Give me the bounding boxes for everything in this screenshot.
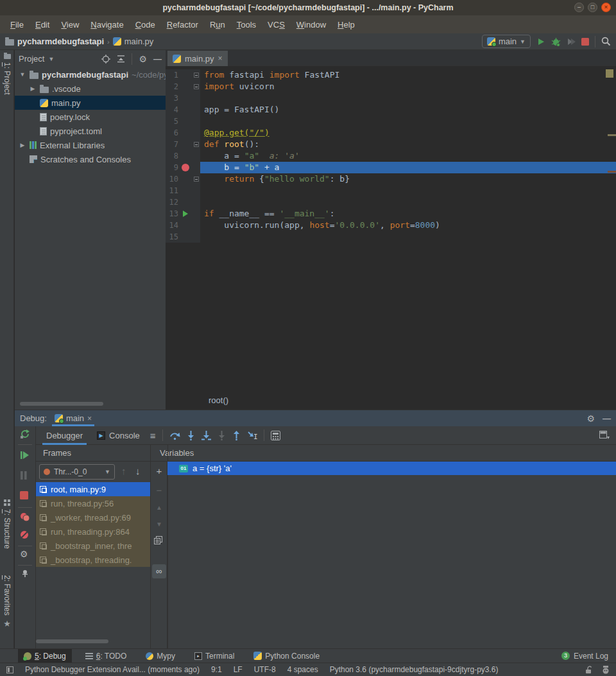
gutter-line-11[interactable]: 11	[166, 185, 200, 196]
code-line-6[interactable]: 6@app.get("/")	[166, 127, 616, 139]
project-panel-title[interactable]: Project	[19, 54, 44, 64]
code-line-7[interactable]: 7def root():	[166, 139, 616, 150]
mute-breakpoints-icon[interactable]	[20, 530, 29, 539]
toolwindow-tab-mypy[interactable]: Mypy	[140, 649, 181, 663]
pin-icon[interactable]	[20, 569, 29, 578]
breakpoint-stripe-mark[interactable]	[608, 171, 616, 173]
warning-stripe-mark[interactable]	[608, 134, 616, 136]
tree-item-pycharmdebugfastapi[interactable]: ▼pycharmdebugfastapi~/code/pycharmdebugf…	[15, 67, 166, 82]
frame-row[interactable]: _bootstrap, threading.	[36, 553, 150, 567]
locate-file-icon[interactable]	[101, 55, 110, 64]
gutter-line-6[interactable]: 6	[166, 127, 200, 139]
step-into-icon[interactable]	[187, 431, 195, 440]
add-watch-icon[interactable]: +	[154, 465, 164, 476]
stop-button[interactable]	[581, 38, 589, 46]
tree-expand-arrow[interactable]: ▶	[29, 85, 37, 92]
editor-tab-mainpy[interactable]: main.py ×	[167, 51, 228, 66]
gear-icon[interactable]: ⚙	[139, 55, 147, 64]
debug-settings-gear-icon[interactable]: ⚙	[20, 550, 28, 559]
close-button[interactable]: ×	[601, 3, 611, 12]
menu-code[interactable]: Code	[130, 18, 160, 31]
gear-icon[interactable]: ⚙	[586, 414, 595, 423]
breadcrumb-file[interactable]: main.py	[124, 37, 154, 46]
encoding[interactable]: UTF-8	[254, 665, 276, 674]
gutter-line-15[interactable]: 15	[166, 231, 200, 243]
frame-row[interactable]: _worker, thread.py:69	[36, 510, 150, 524]
menu-refactor[interactable]: Refactor	[162, 18, 203, 31]
frames-horizontal-scrollbar[interactable]	[36, 639, 108, 643]
code-line-2[interactable]: 2import uvicorn	[166, 81, 616, 92]
hector-icon[interactable]	[602, 666, 610, 674]
frame-row[interactable]: run, thread.py:56	[36, 496, 150, 510]
code-line-1[interactable]: 1from fastapi import FastAPI	[166, 69, 616, 81]
sidebar-tab-project[interactable]: 1: Project	[0, 54, 14, 95]
close-session-icon[interactable]: ×	[87, 414, 92, 423]
view-breakpoints-icon[interactable]	[20, 512, 30, 522]
hide-panel-icon[interactable]: —	[153, 54, 162, 64]
gutter-line-5[interactable]: 5	[166, 116, 200, 127]
code-line-9[interactable]: 9 b = "b" + a	[166, 162, 616, 173]
hide-panel-icon[interactable]: —	[603, 413, 611, 423]
frame-row[interactable]: _bootstrap_inner, thre	[36, 539, 150, 553]
maximize-button[interactable]: □	[588, 3, 597, 12]
code-line-8[interactable]: 8 a = "a" a: 'a'	[166, 150, 616, 162]
gutter-line-9[interactable]: 9	[166, 162, 200, 173]
search-icon[interactable]	[601, 37, 611, 46]
fold-icon[interactable]	[194, 142, 199, 147]
next-frame-icon[interactable]: ↓	[135, 465, 141, 476]
lock-icon[interactable]	[585, 666, 593, 674]
pause-icon[interactable]	[20, 471, 28, 480]
gutter-line-7[interactable]: 7	[166, 139, 200, 150]
tab-console[interactable]: ▶ Console	[93, 426, 144, 445]
tree-item-main-py[interactable]: main.py	[15, 96, 166, 110]
gutter-line-4[interactable]: 4	[166, 104, 200, 116]
duplicate-watch-icon[interactable]	[154, 536, 164, 544]
run-line-icon[interactable]	[183, 211, 188, 217]
toolwindow-tab-5-debug[interactable]: 5: Debug	[18, 649, 72, 663]
move-up-icon[interactable]: ▲	[154, 504, 164, 511]
tab-debugger[interactable]: Debugger	[42, 426, 87, 445]
evaluate-expression-icon[interactable]	[271, 431, 280, 440]
stop-icon[interactable]	[20, 491, 28, 499]
run-button[interactable]	[536, 37, 545, 46]
status-message[interactable]: Python Debugger Extension Avail... (mome…	[25, 665, 200, 674]
gutter-line-10[interactable]: 10	[166, 173, 200, 185]
previous-frame-icon[interactable]: ↑	[121, 465, 126, 476]
tree-expand-arrow[interactable]: ▼	[19, 71, 26, 78]
gutter-line-13[interactable]: 13	[166, 208, 200, 220]
fold-icon[interactable]	[194, 177, 199, 182]
inspection-indicator[interactable]	[606, 69, 613, 78]
indent-setting[interactable]: 4 spaces	[287, 665, 318, 674]
thread-selector[interactable]: Thr...-0_0 ▼	[39, 464, 115, 480]
tree-item-pyproject-toml[interactable]: pyproject.toml	[15, 124, 166, 138]
gutter-line-3[interactable]: 3	[166, 92, 200, 104]
breakpoint-icon[interactable]	[182, 164, 189, 171]
step-out-icon[interactable]	[232, 431, 241, 440]
caret-position[interactable]: 9:1	[211, 665, 222, 674]
gutter-line-2[interactable]: 2	[166, 81, 200, 92]
toolwindow-toggle-icon[interactable]	[6, 666, 13, 673]
toolwindow-tab-terminal[interactable]: ▸Terminal	[189, 649, 240, 663]
show-watches-icon[interactable]: ∞	[152, 564, 166, 578]
code-line-11[interactable]: 11	[166, 185, 616, 196]
collapse-all-icon[interactable]	[117, 55, 125, 63]
code-line-3[interactable]: 3	[166, 92, 616, 104]
fold-icon[interactable]	[194, 73, 199, 78]
step-over-icon[interactable]	[169, 431, 180, 440]
variable-row[interactable]: 01a = {str} 'a'	[167, 462, 616, 475]
resume-icon[interactable]	[20, 451, 30, 460]
tree-item--vscode[interactable]: ▶.vscode	[15, 82, 166, 96]
minimize-button[interactable]: –	[574, 3, 584, 12]
line-ending[interactable]: LF	[234, 665, 243, 674]
breadcrumb-project[interactable]: pycharmdebugfastapi	[17, 37, 104, 46]
fold-icon[interactable]	[194, 84, 199, 89]
close-tab-icon[interactable]: ×	[218, 54, 223, 63]
editor-breadcrumb[interactable]: root()	[209, 395, 228, 405]
step-into-my-code-icon[interactable]	[201, 431, 211, 440]
interpreter[interactable]: Python 3.6 (pycharmdebugfastapi-9cdjtyrg…	[330, 665, 499, 674]
move-down-icon[interactable]: ▼	[154, 521, 164, 528]
gutter-line-8[interactable]: 8	[166, 150, 200, 162]
code-line-12[interactable]: 12	[166, 196, 616, 208]
menu-run[interactable]: Run	[205, 18, 230, 31]
code-line-4[interactable]: 4app = FastAPI()	[166, 104, 616, 116]
